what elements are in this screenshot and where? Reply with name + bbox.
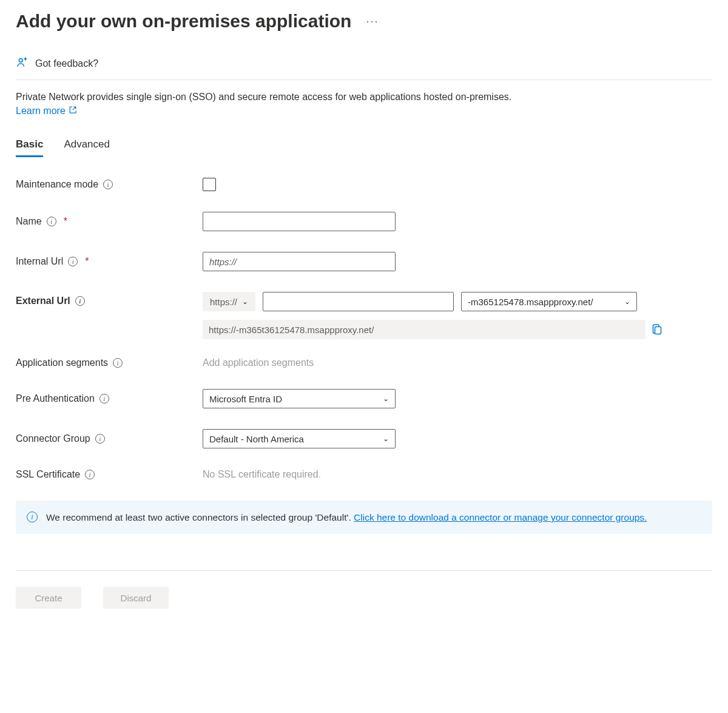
feedback-icon [16, 56, 29, 71]
maintenance-mode-label: Maintenance mode [16, 179, 98, 190]
external-url-subdomain-input[interactable] [263, 292, 454, 311]
chevron-down-icon: ⌄ [242, 297, 248, 306]
page-title: Add your own on-premises application [16, 11, 351, 32]
app-segments-label: Application segments [16, 357, 108, 368]
info-icon[interactable]: i [68, 257, 78, 266]
name-input[interactable] [203, 212, 396, 231]
svg-rect-1 [655, 327, 661, 334]
intro-text: Private Network provides single sign-on … [16, 90, 712, 104]
ssl-cert-label: SSL Certificate [16, 469, 80, 480]
maintenance-mode-checkbox[interactable] [203, 178, 216, 191]
feedback-label: Got feedback? [35, 58, 98, 69]
tab-basic[interactable]: Basic [16, 138, 43, 157]
pre-auth-select[interactable]: Microsoft Entra ID ⌄ [203, 389, 396, 408]
svg-point-0 [19, 58, 22, 62]
info-icon[interactable]: i [95, 434, 105, 444]
connector-recommendation-banner: i We recommend at least two active conne… [16, 501, 712, 534]
external-link-icon [69, 106, 77, 117]
required-indicator: * [64, 216, 67, 227]
pre-auth-label: Pre Authentication [16, 393, 95, 404]
info-icon[interactable]: i [85, 470, 95, 479]
external-url-label: External Url [16, 296, 70, 306]
connector-group-select[interactable]: Default - North America ⌄ [203, 429, 396, 448]
create-button[interactable]: Create [16, 587, 81, 609]
chevron-down-icon: ⌄ [624, 297, 630, 306]
discard-button[interactable]: Discard [103, 587, 169, 609]
feedback-link[interactable]: Got feedback? [16, 56, 712, 80]
more-actions-icon[interactable]: ··· [366, 15, 379, 28]
banner-link[interactable]: Click here to download a connector or ma… [354, 512, 647, 522]
chevron-down-icon: ⌄ [383, 434, 389, 443]
name-label: Name [16, 216, 42, 227]
external-url-protocol-select[interactable]: https:// ⌄ [203, 292, 255, 311]
external-url-suffix-select[interactable]: -m365125478.msappproxy.net/ ⌄ [461, 292, 637, 311]
required-indicator: * [85, 256, 89, 267]
info-icon: i [27, 512, 38, 522]
internal-url-input[interactable] [203, 252, 396, 271]
info-icon[interactable]: i [103, 180, 113, 189]
info-icon[interactable]: i [113, 358, 123, 368]
info-icon[interactable]: i [75, 296, 85, 306]
tab-advanced[interactable]: Advanced [64, 138, 110, 157]
chevron-down-icon: ⌄ [383, 394, 389, 403]
internal-url-label: Internal Url [16, 256, 63, 267]
external-url-full-readonly: https://-m365t36125478.msappproxy.net/ [203, 320, 645, 339]
connector-group-label: Connector Group [16, 433, 90, 444]
banner-text: We recommend at least two active connect… [46, 512, 354, 522]
add-app-segments-link[interactable]: Add application segments [203, 357, 314, 368]
copy-icon[interactable] [652, 323, 662, 336]
info-icon[interactable]: i [47, 217, 56, 226]
learn-more-link[interactable]: Learn more [16, 106, 77, 117]
ssl-cert-value: No SSL certificate required. [203, 469, 321, 479]
info-icon[interactable]: i [99, 394, 109, 404]
